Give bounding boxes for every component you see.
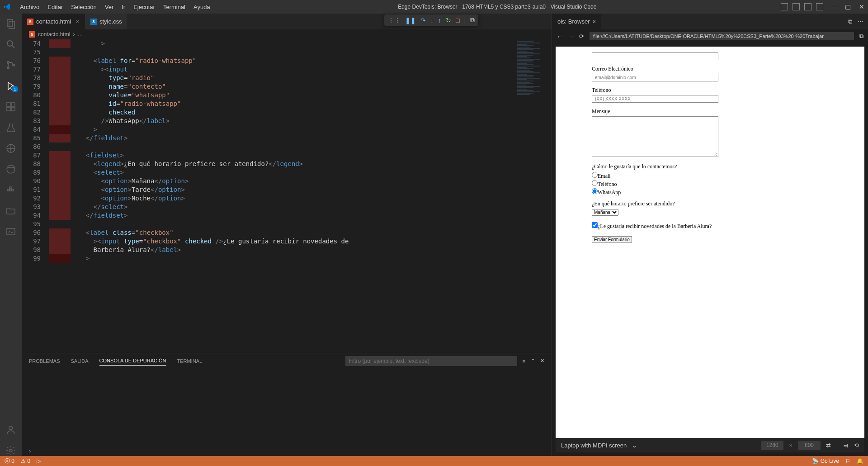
extensions-icon[interactable] [5, 101, 16, 112]
docker-icon[interactable] [5, 185, 16, 195]
inspect-icon[interactable]: ⫤ [843, 442, 849, 449]
tel-field[interactable] [592, 95, 718, 103]
news-checkbox[interactable] [592, 222, 598, 228]
msg-field[interactable] [592, 116, 718, 157]
chevron-down-icon[interactable]: ⌄ [632, 442, 637, 449]
menu-run[interactable]: Ejecutar [130, 2, 159, 12]
debug-console-body[interactable]: › [22, 368, 552, 456]
status-debug-icon[interactable]: ▷ [37, 458, 41, 464]
tab-contacto[interactable]: 5 contacto.html × [22, 14, 85, 29]
rotate-icon[interactable]: ⟲ [854, 442, 859, 449]
browser-tab[interactable]: ols: Browser × [552, 14, 601, 29]
layout-grid-icon[interactable] [816, 3, 823, 10]
console-prompt-icon: › [29, 447, 31, 454]
minimize-icon[interactable]: ─ [832, 3, 837, 10]
menu-terminal[interactable]: Terminal [160, 2, 189, 12]
pause-icon[interactable]: ❚❚ [405, 17, 416, 24]
filter-settings-icon[interactable]: ≡ [523, 358, 525, 364]
panel-tab-problems[interactable]: PROBLEMAS [29, 357, 60, 366]
terminal-icon[interactable] [5, 226, 16, 237]
close-panel-icon[interactable]: ✕ [540, 358, 544, 364]
source-control-icon[interactable] [5, 60, 16, 71]
step-into-icon[interactable]: ↓ [430, 17, 434, 24]
layout-bottom-icon[interactable] [793, 3, 800, 10]
panel-tab-output[interactable]: SALIDA [71, 357, 88, 366]
tab-actions: ⧉ ⋯ [844, 18, 868, 25]
bell-icon[interactable]: 🔔 [857, 458, 863, 464]
browser-nav: ← → ⟳ file:///C:/Users/LATITUDE/Desktop/… [552, 29, 868, 43]
step-over-icon[interactable]: ↷ [420, 17, 426, 24]
maximize-icon[interactable]: ▢ [845, 3, 851, 10]
device-name[interactable]: Laptop with MDPI screen [561, 442, 627, 449]
tab-style[interactable]: 3 style.css [85, 14, 128, 29]
browser-tab-bar: ols: Browser × ⧉ ⋯ [552, 14, 868, 29]
close-tab-icon[interactable]: × [593, 18, 596, 25]
menu-view[interactable]: Ver [101, 2, 118, 12]
height-input[interactable] [798, 441, 821, 450]
url-bar[interactable]: file:///C:/Users/LATITUDE/Desktop/ONE-OR… [590, 32, 854, 40]
feedback-icon[interactable]: ⚐ [845, 458, 850, 464]
menu-selection[interactable]: Selección [67, 2, 100, 12]
explorer-icon[interactable] [5, 18, 16, 29]
folder-icon[interactable] [5, 205, 16, 216]
open-external-icon[interactable]: ⧉ [848, 18, 852, 25]
name-field[interactable] [592, 52, 718, 60]
email-field[interactable] [592, 74, 718, 81]
radio-tel[interactable] [592, 180, 598, 186]
search-icon[interactable] [5, 39, 16, 50]
back-icon[interactable]: ← [557, 33, 562, 40]
collapse-icon[interactable]: ⌃ [531, 358, 535, 364]
step-out-icon[interactable]: ↑ [438, 17, 441, 24]
vscode-logo-icon [4, 3, 11, 10]
menu-edit[interactable]: Editar [44, 2, 66, 12]
panel-tab-terminal[interactable]: TERMINAL [177, 357, 203, 366]
tel-label: Teléfono [592, 87, 828, 94]
menu-help[interactable]: Ayuda [190, 2, 214, 12]
forward-icon[interactable]: → [568, 33, 574, 40]
reload-icon[interactable]: ⟳ [579, 33, 584, 40]
swap-dimensions-icon[interactable]: ⇄ [826, 442, 831, 449]
menu-go[interactable]: Ir [118, 2, 129, 12]
svg-point-20 [9, 449, 12, 452]
rendered-page[interactable]: Correo Electrónico Teléfono Mensaje ¿Cóm… [556, 47, 864, 438]
more-icon[interactable]: ⋯ [858, 18, 863, 25]
svg-rect-14 [7, 189, 9, 191]
devtools-icon[interactable]: ⧉ [859, 33, 863, 40]
stop-icon[interactable]: □ [456, 17, 459, 24]
code-content[interactable]: > <label for="radio-whatsapp" ><input ty… [71, 39, 515, 353]
minimap[interactable] [515, 39, 552, 353]
contact-question: ¿Cómo le gustaría que lo contactemos? [592, 163, 828, 170]
radio-whatsapp[interactable] [592, 188, 598, 194]
account-icon[interactable] [5, 424, 16, 435]
panel-tab-debug-console[interactable]: CONSOLA DE DEPURACIÓN [99, 356, 166, 366]
width-input[interactable] [761, 441, 783, 450]
close-tab-icon[interactable]: × [75, 18, 79, 25]
status-warnings[interactable]: ⚠ 0 [21, 458, 30, 464]
radio-email[interactable] [592, 172, 598, 178]
run-debug-icon[interactable]: 1 [5, 81, 16, 91]
screencast-icon[interactable]: ⧉ [470, 16, 475, 24]
restart-icon[interactable]: ↻ [446, 17, 451, 24]
msg-label: Mensaje [592, 108, 828, 115]
live-share-icon[interactable] [5, 143, 16, 154]
schedule-select[interactable]: Mañana [592, 209, 618, 216]
submit-button[interactable]: Enviar Formulario [592, 236, 632, 243]
layout-left-icon[interactable] [781, 3, 788, 10]
menu-file[interactable]: Archivo [16, 2, 43, 12]
filter-input[interactable] [345, 356, 517, 366]
drag-handle-icon[interactable]: ⋮⋮ [388, 17, 401, 24]
breadcrumb[interactable]: 5 contacto.html › … [22, 29, 552, 39]
settings-gear-icon[interactable] [5, 445, 16, 456]
go-live-button[interactable]: 📡 Go Live [812, 458, 839, 464]
window-title: Edge DevTools: Browser - 1768-HTML5 y CS… [214, 4, 781, 10]
contact-radios: Email Teléfono WhatsApp [592, 172, 828, 196]
tab-label: ols: Browser [557, 18, 590, 25]
debug-toolbar[interactable]: ⋮⋮ ❚❚ ↷ ↓ ↑ ↻ □ | ⧉ [384, 14, 478, 26]
testing-icon[interactable] [5, 122, 16, 133]
editor-body[interactable]: 7475767778798081828384858687888990919293… [22, 39, 552, 353]
edge-tools-icon[interactable] [5, 164, 16, 175]
close-window-icon[interactable]: ✕ [859, 3, 864, 10]
status-errors[interactable]: ⓧ 0 [5, 457, 14, 465]
layout-right-icon[interactable] [804, 3, 811, 10]
svg-rect-0 [7, 19, 13, 27]
